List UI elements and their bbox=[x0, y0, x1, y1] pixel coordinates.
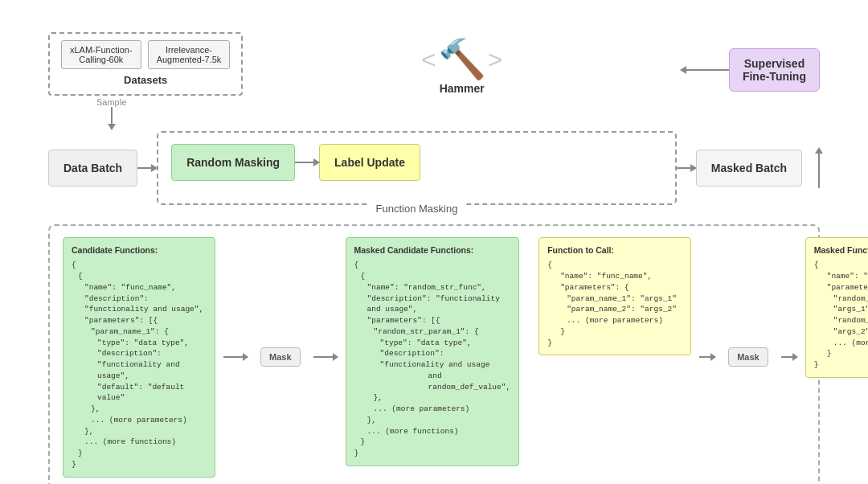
masked-function-title: Masked Function to Call: bbox=[814, 244, 868, 256]
arrow-to-fm bbox=[137, 167, 157, 169]
diagram-container: xLAM-Function-Calling-60k Irrelevance-Au… bbox=[24, 16, 844, 484]
function-to-call-code: { "name": "func_name", "parameters": { "… bbox=[547, 260, 682, 348]
sample-label: Sample bbox=[96, 97, 126, 107]
candidate-title: Candidate Functions: bbox=[72, 244, 207, 256]
sft-area: Supervised Fine-Tuning bbox=[681, 48, 820, 92]
up-arrow-masked bbox=[818, 148, 820, 188]
function-masking-box: Random Masking Label Update Function Mas… bbox=[157, 131, 677, 205]
masked-candidate-title: Masked Candidate Functions: bbox=[354, 244, 511, 256]
candidate-code: { { "name": "func_name", "description": … bbox=[72, 260, 207, 470]
sft-arrow-line bbox=[681, 69, 729, 71]
function-to-call-title: Function to Call: bbox=[547, 244, 682, 256]
hammer-area: < 🔨 > Hammer bbox=[421, 40, 502, 95]
data-batch-box: Data Batch bbox=[48, 150, 137, 187]
top-section: xLAM-Function-Calling-60k Irrelevance-Au… bbox=[48, 32, 820, 96]
mask-arrow-1 bbox=[223, 356, 248, 358]
dataset-1: xLAM-Function-Calling-60k bbox=[61, 40, 141, 69]
masked-candidate-code: { { "name": "random_str_func", "descript… bbox=[354, 260, 511, 459]
sft-label: Supervised Fine-Tuning bbox=[743, 57, 806, 83]
right-angle-icon: > bbox=[488, 45, 503, 75]
dataset-2: Irrelevance-Augmented-7.5k bbox=[148, 40, 231, 69]
masked-to-sft-area bbox=[818, 148, 820, 188]
middle-section: Data Batch Random Masking Label Update F… bbox=[48, 131, 820, 205]
arrow-from-fm bbox=[677, 167, 696, 169]
left-angle-icon: < bbox=[421, 45, 436, 75]
masked-candidate-area: Masked Candidate Functions: { { "name": … bbox=[346, 237, 520, 466]
candidate-functions-box: Candidate Functions: { { "name": "func_n… bbox=[63, 237, 215, 478]
down-arrow-line bbox=[111, 107, 113, 129]
function-to-call-box: Function to Call: { "name": "func_name",… bbox=[538, 237, 691, 355]
masked-function-area: Masked Function to Call: { "name": "rand… bbox=[805, 237, 868, 378]
mask-button-1[interactable]: Mask bbox=[260, 347, 301, 367]
masked-function-code: { "name": "random_str_func", "parameters… bbox=[814, 260, 868, 371]
mask-arrow-1b bbox=[313, 356, 338, 358]
random-masking-box: Random Masking bbox=[171, 144, 295, 181]
datasets-box: xLAM-Function-Calling-60k Irrelevance-Au… bbox=[48, 32, 243, 96]
masked-batch-box: Masked Batch bbox=[696, 150, 802, 187]
sft-box: Supervised Fine-Tuning bbox=[729, 48, 820, 92]
candidate-functions-area: Candidate Functions: { { "name": "func_n… bbox=[63, 237, 215, 478]
datasets-label: Datasets bbox=[61, 74, 230, 86]
bottom-section: Candidate Functions: { { "name": "func_n… bbox=[48, 224, 820, 484]
arrow-rm-lu bbox=[295, 162, 319, 163]
mask-button-2[interactable]: Mask bbox=[728, 347, 768, 367]
function-masking-label: Function Masking bbox=[370, 203, 465, 215]
label-update-box: Label Update bbox=[319, 144, 420, 181]
mask-arrow-2a bbox=[699, 356, 715, 358]
mask-arrow-2b bbox=[781, 356, 797, 358]
function-to-call-area: Function to Call: { "name": "func_name",… bbox=[538, 237, 691, 355]
sample-arrow: Sample bbox=[96, 97, 126, 129]
datasets-area: xLAM-Function-Calling-60k Irrelevance-Au… bbox=[48, 32, 243, 96]
sample-area: Sample bbox=[96, 97, 820, 129]
mask-line-1 bbox=[223, 356, 248, 358]
masked-function-box: Masked Function to Call: { "name": "rand… bbox=[805, 237, 868, 378]
mask-line-1b bbox=[313, 356, 338, 358]
hammer-label: Hammer bbox=[440, 82, 485, 95]
mask-line-2b bbox=[781, 356, 797, 358]
mask-line-2a bbox=[699, 356, 715, 358]
masked-candidate-box: Masked Candidate Functions: { { "name": … bbox=[346, 237, 520, 466]
hammer-with-arrows: < 🔨 > bbox=[421, 40, 502, 79]
hammer-icon: 🔨 bbox=[438, 40, 486, 79]
